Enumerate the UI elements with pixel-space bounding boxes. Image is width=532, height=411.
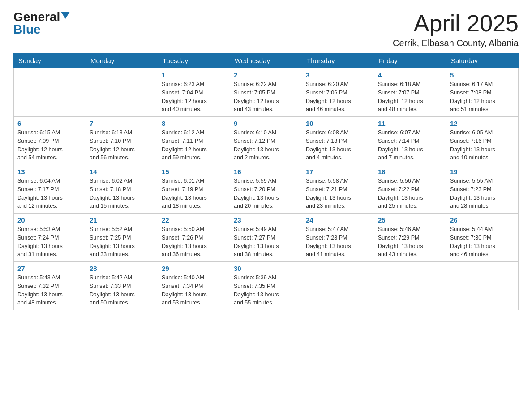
day-number: 6 bbox=[17, 120, 82, 127]
day-info: Sunrise: 5:56 AM Sunset: 7:22 PM Dayligh… bbox=[378, 177, 442, 210]
calendar-cell: 30Sunrise: 5:39 AM Sunset: 7:35 PM Dayli… bbox=[230, 262, 302, 310]
day-info: Sunrise: 6:22 AM Sunset: 7:05 PM Dayligh… bbox=[234, 80, 298, 114]
day-info: Sunrise: 6:01 AM Sunset: 7:19 PM Dayligh… bbox=[162, 177, 226, 210]
calendar-cell: 9Sunrise: 6:10 AM Sunset: 7:12 PM Daylig… bbox=[230, 117, 302, 165]
calendar-cell: 14Sunrise: 6:02 AM Sunset: 7:18 PM Dayli… bbox=[86, 165, 158, 214]
weekday-header-sunday: Sunday bbox=[14, 53, 86, 68]
day-number: 2 bbox=[234, 71, 298, 79]
day-info: Sunrise: 6:15 AM Sunset: 7:09 PM Dayligh… bbox=[17, 128, 82, 162]
calendar-cell bbox=[14, 68, 86, 117]
calendar-cell bbox=[446, 262, 519, 310]
day-number: 13 bbox=[17, 168, 82, 176]
calendar-cell: 4Sunrise: 6:18 AM Sunset: 7:07 PM Daylig… bbox=[374, 68, 446, 117]
day-info: Sunrise: 6:12 AM Sunset: 7:11 PM Dayligh… bbox=[162, 128, 226, 162]
day-info: Sunrise: 6:13 AM Sunset: 7:10 PM Dayligh… bbox=[90, 128, 154, 162]
day-number: 16 bbox=[234, 168, 298, 176]
logo-triangle-icon bbox=[61, 12, 70, 19]
weekday-header-tuesday: Tuesday bbox=[158, 53, 230, 68]
day-number: 19 bbox=[450, 168, 515, 176]
calendar-cell: 19Sunrise: 5:55 AM Sunset: 7:23 PM Dayli… bbox=[446, 165, 519, 214]
day-info: Sunrise: 6:05 AM Sunset: 7:16 PM Dayligh… bbox=[450, 128, 515, 162]
day-number: 17 bbox=[306, 168, 370, 176]
calendar-cell: 27Sunrise: 5:43 AM Sunset: 7:32 PM Dayli… bbox=[14, 262, 86, 310]
calendar-cell: 6Sunrise: 6:15 AM Sunset: 7:09 PM Daylig… bbox=[14, 117, 86, 165]
calendar-week-row: 13Sunrise: 6:04 AM Sunset: 7:17 PM Dayli… bbox=[14, 165, 519, 214]
day-info: Sunrise: 5:50 AM Sunset: 7:26 PM Dayligh… bbox=[162, 225, 226, 259]
day-info: Sunrise: 5:40 AM Sunset: 7:34 PM Dayligh… bbox=[162, 274, 226, 307]
calendar-table: SundayMondayTuesdayWednesdayThursdayFrid… bbox=[13, 53, 519, 310]
calendar-cell: 2Sunrise: 6:22 AM Sunset: 7:05 PM Daylig… bbox=[230, 68, 302, 117]
calendar-cell: 12Sunrise: 6:05 AM Sunset: 7:16 PM Dayli… bbox=[446, 117, 519, 165]
day-number: 5 bbox=[450, 71, 515, 79]
day-number: 28 bbox=[90, 265, 154, 272]
day-info: Sunrise: 5:55 AM Sunset: 7:23 PM Dayligh… bbox=[450, 177, 515, 210]
calendar-cell: 21Sunrise: 5:52 AM Sunset: 7:25 PM Dayli… bbox=[86, 214, 158, 262]
calendar-cell: 24Sunrise: 5:47 AM Sunset: 7:28 PM Dayli… bbox=[302, 214, 374, 262]
subtitle: Cerrik, Elbasan County, Albania bbox=[393, 38, 519, 48]
day-info: Sunrise: 5:58 AM Sunset: 7:21 PM Dayligh… bbox=[306, 177, 370, 210]
day-number: 23 bbox=[234, 216, 298, 224]
title-block: April 2025 Cerrik, Elbasan County, Alban… bbox=[393, 11, 519, 48]
calendar-cell: 11Sunrise: 6:07 AM Sunset: 7:14 PM Dayli… bbox=[374, 117, 446, 165]
day-number: 9 bbox=[234, 120, 298, 127]
calendar-cell bbox=[302, 262, 374, 310]
day-number: 30 bbox=[234, 265, 298, 272]
calendar-header-row: SundayMondayTuesdayWednesdayThursdayFrid… bbox=[14, 53, 519, 68]
calendar-cell bbox=[374, 262, 446, 310]
day-number: 26 bbox=[450, 216, 515, 224]
calendar-cell: 20Sunrise: 5:53 AM Sunset: 7:24 PM Dayli… bbox=[14, 214, 86, 262]
day-info: Sunrise: 5:49 AM Sunset: 7:27 PM Dayligh… bbox=[234, 225, 298, 259]
day-number: 3 bbox=[306, 71, 370, 79]
calendar-cell: 16Sunrise: 5:59 AM Sunset: 7:20 PM Dayli… bbox=[230, 165, 302, 214]
day-info: Sunrise: 5:53 AM Sunset: 7:24 PM Dayligh… bbox=[17, 225, 82, 259]
day-info: Sunrise: 6:20 AM Sunset: 7:06 PM Dayligh… bbox=[306, 80, 370, 114]
calendar-cell: 28Sunrise: 5:42 AM Sunset: 7:33 PM Dayli… bbox=[86, 262, 158, 310]
day-number: 14 bbox=[90, 168, 154, 176]
calendar-cell: 29Sunrise: 5:40 AM Sunset: 7:34 PM Dayli… bbox=[158, 262, 230, 310]
day-info: Sunrise: 5:46 AM Sunset: 7:29 PM Dayligh… bbox=[378, 225, 442, 259]
calendar-week-row: 1Sunrise: 6:23 AM Sunset: 7:04 PM Daylig… bbox=[14, 68, 519, 117]
calendar-cell: 3Sunrise: 6:20 AM Sunset: 7:06 PM Daylig… bbox=[302, 68, 374, 117]
day-number: 29 bbox=[162, 265, 226, 272]
day-info: Sunrise: 6:18 AM Sunset: 7:07 PM Dayligh… bbox=[378, 80, 442, 114]
logo-general-text: General bbox=[13, 11, 60, 23]
day-info: Sunrise: 6:02 AM Sunset: 7:18 PM Dayligh… bbox=[90, 177, 154, 210]
calendar-cell: 8Sunrise: 6:12 AM Sunset: 7:11 PM Daylig… bbox=[158, 117, 230, 165]
day-info: Sunrise: 5:42 AM Sunset: 7:33 PM Dayligh… bbox=[90, 274, 154, 307]
day-number: 7 bbox=[90, 120, 154, 127]
logo: General Blue bbox=[13, 11, 70, 36]
calendar-cell: 22Sunrise: 5:50 AM Sunset: 7:26 PM Dayli… bbox=[158, 214, 230, 262]
day-number: 20 bbox=[17, 216, 82, 224]
logo-blue-text: Blue bbox=[13, 23, 41, 36]
day-info: Sunrise: 5:47 AM Sunset: 7:28 PM Dayligh… bbox=[306, 225, 370, 259]
page-header: General Blue April 2025 Cerrik, Elbasan … bbox=[13, 11, 519, 48]
calendar-week-row: 27Sunrise: 5:43 AM Sunset: 7:32 PM Dayli… bbox=[14, 262, 519, 310]
day-info: Sunrise: 6:08 AM Sunset: 7:13 PM Dayligh… bbox=[306, 128, 370, 162]
weekday-header-friday: Friday bbox=[374, 53, 446, 68]
day-number: 18 bbox=[378, 168, 442, 176]
weekday-header-wednesday: Wednesday bbox=[230, 53, 302, 68]
day-number: 4 bbox=[378, 71, 442, 79]
calendar-cell: 23Sunrise: 5:49 AM Sunset: 7:27 PM Dayli… bbox=[230, 214, 302, 262]
day-number: 11 bbox=[378, 120, 442, 127]
weekday-header-thursday: Thursday bbox=[302, 53, 374, 68]
day-number: 27 bbox=[17, 265, 82, 272]
day-info: Sunrise: 6:23 AM Sunset: 7:04 PM Dayligh… bbox=[162, 80, 226, 114]
day-number: 25 bbox=[378, 216, 442, 224]
day-info: Sunrise: 6:10 AM Sunset: 7:12 PM Dayligh… bbox=[234, 128, 298, 162]
calendar-cell bbox=[86, 68, 158, 117]
calendar-cell: 7Sunrise: 6:13 AM Sunset: 7:10 PM Daylig… bbox=[86, 117, 158, 165]
day-number: 1 bbox=[162, 71, 226, 79]
weekday-header-saturday: Saturday bbox=[446, 53, 519, 68]
day-info: Sunrise: 6:07 AM Sunset: 7:14 PM Dayligh… bbox=[378, 128, 442, 162]
day-number: 15 bbox=[162, 168, 226, 176]
day-number: 22 bbox=[162, 216, 226, 224]
calendar-cell: 1Sunrise: 6:23 AM Sunset: 7:04 PM Daylig… bbox=[158, 68, 230, 117]
weekday-header-monday: Monday bbox=[86, 53, 158, 68]
calendar-cell: 13Sunrise: 6:04 AM Sunset: 7:17 PM Dayli… bbox=[14, 165, 86, 214]
calendar-cell: 18Sunrise: 5:56 AM Sunset: 7:22 PM Dayli… bbox=[374, 165, 446, 214]
day-number: 12 bbox=[450, 120, 515, 127]
calendar-cell: 10Sunrise: 6:08 AM Sunset: 7:13 PM Dayli… bbox=[302, 117, 374, 165]
calendar-week-row: 6Sunrise: 6:15 AM Sunset: 7:09 PM Daylig… bbox=[14, 117, 519, 165]
day-info: Sunrise: 5:52 AM Sunset: 7:25 PM Dayligh… bbox=[90, 225, 154, 259]
